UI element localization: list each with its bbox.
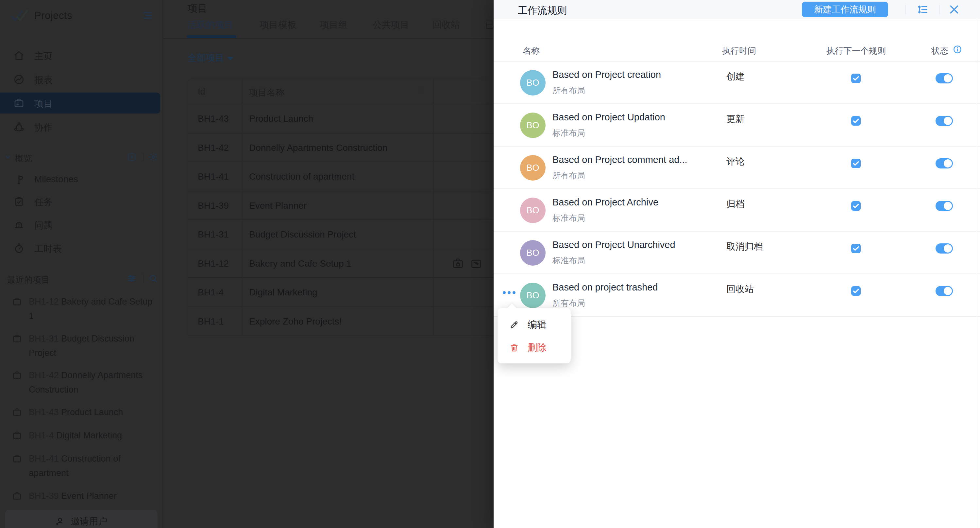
search-icon[interactable]	[148, 273, 158, 283]
cell-project-name[interactable]: Budget Discussion Project	[249, 229, 356, 240]
check-icon	[851, 286, 861, 296]
status-toggle[interactable]	[935, 116, 953, 126]
recent-project-item[interactable]: BH1-31 Budget Discussion Project	[0, 332, 154, 360]
new-workflow-rule-button[interactable]: 新建工作流规则	[802, 2, 888, 18]
sidebar-collapse-icon[interactable]	[142, 10, 153, 20]
briefcase-icon	[12, 454, 22, 464]
tab-project-groups[interactable]: 项目组	[320, 19, 347, 35]
rule-name[interactable]: Based on Project comment ad...	[552, 155, 687, 165]
recent-project-item[interactable]: BH1-4 Digital Marketing	[0, 428, 154, 443]
gear-icon[interactable]	[148, 152, 158, 162]
cell-id: BH1-31	[198, 229, 229, 240]
briefcase-icon	[12, 407, 22, 417]
panel-header: 工作流规则 新建工作流规则	[493, 0, 980, 19]
column-header-id: Id	[198, 87, 205, 97]
project-filter-dropdown[interactable]: 全部项目	[188, 52, 233, 64]
rule-name[interactable]: Based on project trashed	[552, 282, 658, 293]
toggle-knob	[944, 244, 952, 252]
execute-next-rule-checkbox[interactable]	[851, 116, 861, 126]
status-toggle[interactable]	[935, 201, 953, 211]
tab-public-projects[interactable]: 公共项目	[373, 19, 409, 35]
tab-trash[interactable]: 回收站	[433, 19, 460, 35]
cell-project-name[interactable]: Explore Zoho Projects!	[249, 316, 342, 327]
reorder-rules-icon[interactable]	[917, 3, 929, 15]
execute-next-rule-checkbox[interactable]	[851, 201, 861, 211]
execute-next-rule-checkbox[interactable]	[851, 244, 861, 253]
status-toggle[interactable]	[935, 158, 953, 169]
rule-row[interactable]: BO Based on Project Unarchived 标准布局 取消归档	[493, 231, 980, 274]
milestone-icon	[13, 174, 24, 185]
panel-scrollbar-track[interactable]	[977, 19, 977, 528]
rule-layout: 标准布局	[552, 128, 585, 139]
recent-project-item[interactable]: BH1-43 Product Launch	[0, 405, 154, 420]
column-header-name: 名称	[523, 45, 540, 57]
recent-project-item[interactable]: BH1-39 Event Planner	[0, 489, 154, 503]
sidebar-item-collaboration[interactable]: 协作	[0, 116, 160, 137]
rule-row[interactable]: BO Based on Project Archive 标准布局 归档	[493, 189, 980, 231]
menu-item-delete[interactable]: 删除	[498, 337, 571, 358]
tab-label: 公共项目	[373, 20, 409, 30]
cell-project-name[interactable]: Event Planner	[249, 201, 307, 211]
column-header-name[interactable]: 项目名称	[249, 87, 285, 99]
toggle-knob	[944, 287, 952, 295]
cell-project-name[interactable]: Product Launch	[249, 113, 313, 124]
cell-project-name[interactable]: Construction of apartment	[249, 171, 354, 182]
sidebar-item-issues[interactable]: 问题	[0, 215, 160, 234]
sidebar-item-timesheet[interactable]: 工时表	[0, 238, 160, 258]
menu-item-edit[interactable]: 编辑	[498, 314, 571, 335]
sidebar-item-milestones[interactable]: Milestones	[0, 170, 160, 190]
rule-execute-time: 评论	[726, 155, 745, 168]
recent-project-item[interactable]: BH1-12 Bakery and Cafe Setup 1	[0, 294, 154, 323]
cell-project-name[interactable]: Bakery and Cafe Setup 1	[249, 258, 352, 269]
execute-next-rule-checkbox[interactable]	[851, 73, 861, 83]
cell-id: BH1-42	[198, 143, 229, 153]
cell-project-name[interactable]: Donnelly Apartments Construction	[249, 143, 387, 153]
status-toggle[interactable]	[935, 286, 953, 296]
projects-logo-icon	[10, 6, 29, 26]
sidebar-item-tasks[interactable]: 任务	[0, 192, 160, 211]
tab-label: 活跃的项目	[188, 20, 233, 30]
rule-name[interactable]: Based on Project Updation	[552, 112, 665, 123]
execute-next-rule-checkbox[interactable]	[851, 286, 861, 296]
sort-icon[interactable]	[418, 86, 424, 94]
tab-active-projects[interactable]: 活跃的项目	[188, 19, 233, 35]
rule-name[interactable]: Based on Project creation	[552, 69, 661, 80]
execute-next-rule-checkbox[interactable]	[851, 159, 861, 168]
unlock-project-icon[interactable]	[452, 257, 464, 270]
project-name: Digital Marketing	[56, 431, 122, 440]
info-icon[interactable]	[953, 45, 963, 54]
status-toggle[interactable]	[935, 243, 953, 254]
close-icon[interactable]	[948, 3, 960, 15]
section-overview[interactable]: 概览	[0, 149, 162, 165]
row-more-options-icon[interactable]	[503, 291, 515, 294]
rule-row[interactable]: BO Based on Project comment ad... 所有布局 评…	[493, 147, 980, 189]
rule-context-menu: 编辑 删除	[498, 308, 571, 364]
sidebar-item-label: 工时表	[34, 243, 62, 255]
rule-row[interactable]: BO Based on Project creation 所有布局 创建	[493, 62, 980, 104]
chevron-down-icon[interactable]	[4, 153, 12, 161]
briefcase-icon	[12, 297, 22, 306]
status-toggle[interactable]	[935, 73, 953, 83]
tab-label: 已	[485, 20, 494, 30]
rule-row[interactable]: BO Based on Project Updation 标准布局 更新	[493, 104, 980, 147]
sidebar-item-home[interactable]: 主页	[0, 45, 160, 66]
cell-project-name[interactable]: Digital Marketing	[249, 287, 317, 298]
issue-alarm-icon	[13, 219, 24, 230]
recent-project-item[interactable]: BH1-42 Donnelly Apartments Construction	[0, 368, 154, 397]
add-view-icon[interactable]	[127, 152, 137, 162]
rule-execute-time: 创建	[726, 70, 745, 83]
sidebar-item-projects[interactable]: 项目	[0, 93, 160, 113]
sidebar-item-reports[interactable]: 报表	[0, 69, 160, 90]
project-workflow-icon[interactable]	[470, 257, 482, 270]
column-header-execute-next-rule: 执行下一个规则	[826, 45, 886, 57]
invite-users-button[interactable]: 邀请用户	[5, 510, 158, 528]
task-clipboard-icon	[13, 196, 24, 207]
rule-layout: 标准布局	[552, 213, 585, 223]
rule-name[interactable]: Based on Project Archive	[552, 197, 659, 208]
rule-name[interactable]: Based on Project Unarchived	[552, 239, 675, 250]
recent-project-item[interactable]: BH1-41 Construction of apartment	[0, 451, 154, 480]
tab-closed-projects[interactable]: 已	[485, 19, 494, 35]
check-icon	[851, 201, 861, 211]
filter-sliders-icon[interactable]	[127, 273, 137, 283]
tab-project-templates[interactable]: 项目模板	[260, 19, 296, 35]
